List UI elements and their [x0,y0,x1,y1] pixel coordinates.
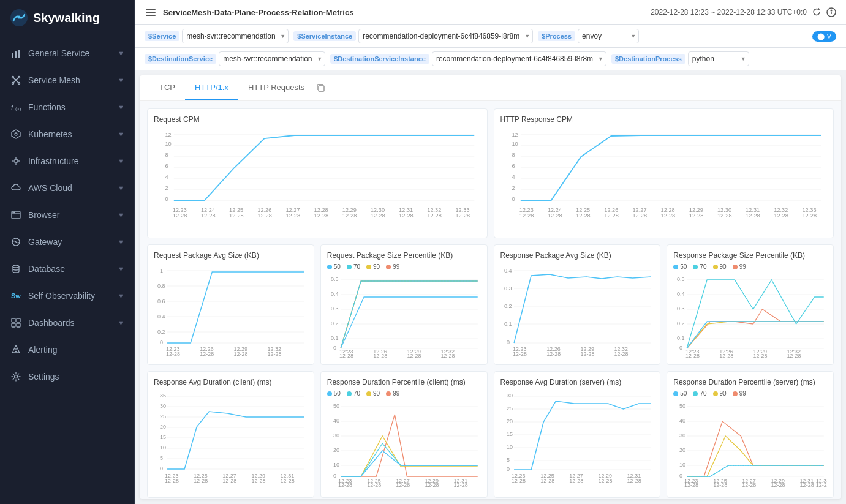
service-instance-filter-group: $ServiceInstance recommendation-deployme… [293,29,533,43]
copy-icon[interactable] [317,84,325,92]
service-select[interactable]: mesh-svr::recommendation [182,29,289,43]
refresh-icon[interactable] [812,7,821,17]
cloud-icon [10,182,22,194]
svg-text:12-28: 12-28 [165,478,179,484]
svg-text:0.2: 0.2 [331,320,339,326]
sidebar-item-aws-cloud[interactable]: AWS Cloud ▼ [0,175,134,201]
chart-title: Request Package Size Percentile (KB) [327,251,481,260]
menu-icon [145,6,157,18]
tab-http1x[interactable]: HTTP/1.x [185,75,238,100]
svg-text:4: 4 [512,174,515,180]
svg-text:12-28: 12-28 [787,353,801,358]
chevron-down-icon: ▼ [118,238,124,246]
svg-text:20: 20 [333,447,339,453]
dest-instance-select[interactable]: recommendation-deployment-6c4f846859-l8r… [432,51,606,66]
chevron-down-icon: ▼ [118,319,124,326]
service-filter-label: $Service [145,31,179,41]
toggle-v-button[interactable]: ⬤ V [812,31,836,42]
svg-text:30: 30 [333,432,339,438]
svg-text:0.5: 0.5 [677,276,685,282]
chart-res-avg-dur-client: Response Avg Duration (client) (ms) 35 3… [147,371,314,498]
sidebar-item-alerting[interactable]: Alerting [0,336,134,363]
sidebar-item-settings[interactable]: Settings [0,363,134,390]
chart-res-pkg-percentile: Response Package Size Percentile (KB) 50… [667,244,834,365]
chart-request-cpm: Request CPM 12 10 8 6 4 2 0 [147,108,488,238]
svg-text:12-28: 12-28 [314,213,329,219]
process-filter-group: $Process envoy [538,29,639,43]
sidebar-item-functions[interactable]: f(x) Functions ▼ [0,94,134,121]
svg-point-17 [15,133,17,135]
svg-text:12-28: 12-28 [746,213,760,219]
svg-text:0: 0 [512,196,515,202]
res-avg-dur-server-chart: 30 25 20 15 10 5 0 [500,390,654,491]
svg-text:12-28: 12-28 [614,351,628,357]
svg-text:0: 0 [679,473,682,479]
svg-text:12-28: 12-28 [713,482,727,488]
svg-text:12-28: 12-28 [576,213,591,219]
svg-text:12-28: 12-28 [222,478,236,484]
svg-text:12-28: 12-28 [684,482,698,488]
svg-text:12-28: 12-28 [455,213,470,219]
charts-container: Request CPM 12 10 8 6 4 2 0 [140,101,841,499]
dest-process-filter-label: $DestinationProcess [611,54,685,64]
dest-service-select[interactable]: mesh-svr::recommendation [219,51,325,66]
sidebar-item-gateway[interactable]: Gateway ▼ [0,228,134,255]
svg-text:0.2: 0.2 [677,320,685,326]
svg-text:50: 50 [679,403,685,409]
sidebar-item-kubernetes[interactable]: Kubernetes ▼ [0,121,134,148]
svg-text:6: 6 [165,163,168,169]
svg-text:12-28: 12-28 [580,351,594,357]
svg-line-11 [16,77,19,80]
svg-text:12-28: 12-28 [342,213,357,219]
svg-text:0.8: 0.8 [157,283,165,289]
chevron-down-icon: ▼ [118,157,124,165]
topbar-right: 2022-12-28 12:23 ~ 2022-12-28 12:33 UTC+… [651,7,836,17]
sidebar-item-dashboards[interactable]: Dashboards ▼ [0,309,134,336]
svg-text:10: 10 [333,462,339,468]
sidebar-item-infrastructure[interactable]: Infrastructure ▼ [0,148,134,175]
logo-area: Skywalking [0,0,134,36]
chevron-down-icon: ▼ [118,211,124,219]
tab-tcp[interactable]: TCP [149,75,185,100]
svg-text:12-28: 12-28 [569,478,583,484]
sidebar-item-service-mesh[interactable]: Service Mesh ▼ [0,67,134,94]
sidebar-item-database[interactable]: Database ▼ [0,255,134,282]
svg-text:15: 15 [160,434,166,440]
sidebar-item-general-service[interactable]: General Service ▼ [0,40,134,67]
sidebar-item-browser[interactable]: Browser ▼ [0,201,134,228]
http-response-cpm-chart: 12 10 8 6 4 2 0 [500,127,828,231]
service-instance-select[interactable]: recommendation-deployment-6c4f846859-l8r… [358,29,533,43]
svg-text:12-28: 12-28 [257,213,272,219]
svg-text:0.4: 0.4 [504,268,512,274]
svg-rect-38 [146,12,156,13]
svg-text:0.6: 0.6 [157,298,165,304]
dest-service-filter-label: $DestinationService [145,54,216,64]
svg-text:12-28: 12-28 [427,213,442,219]
tab-http-requests[interactable]: HTTP Requests [238,75,314,100]
kubernetes-icon [10,128,22,140]
dest-process-select[interactable]: python [688,51,749,66]
svg-text:0.4: 0.4 [157,314,165,320]
svg-text:0: 0 [679,345,682,351]
svg-text:12-28: 12-28 [717,213,731,219]
svg-text:1: 1 [160,268,163,274]
skywalking-logo-icon [10,9,28,27]
svg-rect-3 [15,51,17,58]
info-icon[interactable] [826,7,836,17]
svg-text:12-28: 12-28 [742,482,757,488]
chart-area: 12 10 8 6 4 2 0 [154,127,481,231]
svg-text:10: 10 [507,444,513,450]
svg-text:12-28: 12-28 [660,213,675,219]
svg-text:12-28: 12-28 [598,478,612,484]
chart-legend: 50 70 90 99 [327,390,481,397]
svg-text:12-28: 12-28 [200,351,214,357]
svg-text:0.4: 0.4 [677,291,685,297]
svg-text:12-28: 12-28 [453,482,467,488]
process-select[interactable]: envoy [578,29,639,43]
chart-title: Response Duration Percentile (server) (m… [673,378,827,386]
sidebar-item-self-observability[interactable]: Sw Self Observability ▼ [0,282,134,309]
svg-text:12-28: 12-28 [251,478,265,484]
svg-text:12-28: 12-28 [268,351,282,357]
svg-text:15: 15 [507,431,513,437]
svg-text:20: 20 [507,418,513,424]
